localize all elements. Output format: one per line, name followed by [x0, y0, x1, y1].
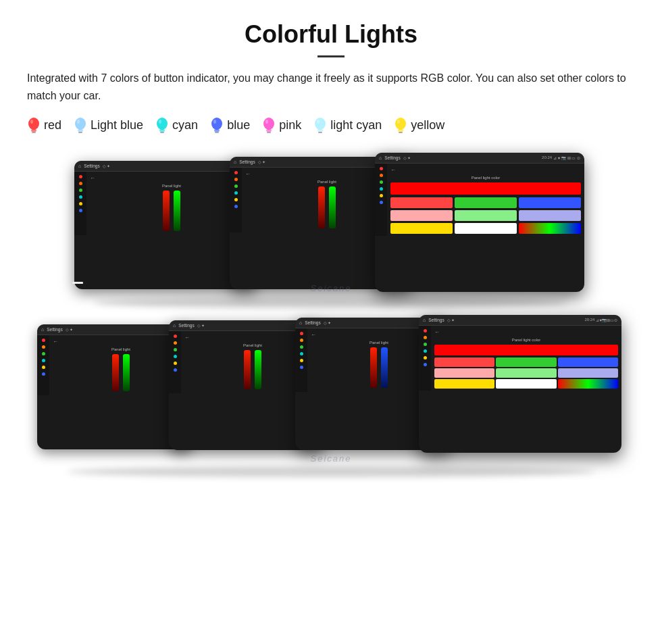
- sidebar-dot-green-3: [380, 180, 383, 184]
- grid-cell-lavender-3: [519, 210, 581, 221]
- svg-point-20: [315, 118, 326, 130]
- sidebar-dot-cyan-2: [234, 191, 238, 195]
- sidebar-dot-blue-1: [79, 209, 82, 212]
- home-icon-3: ⌂: [379, 155, 382, 160]
- sidebar-dot-red-2: [234, 171, 238, 174]
- watermark-bottom: Seicane: [311, 453, 352, 464]
- slider-red-1: [163, 191, 170, 231]
- sidebar-dot-yellow-3: [380, 194, 383, 197]
- sidebar-dot-red-3: [380, 167, 383, 170]
- device-shadow-top: [94, 297, 568, 308]
- screen-title-3: Settings: [384, 155, 401, 160]
- sidebar-dot-yellow-1: [79, 202, 82, 205]
- color-label-pink: pink: [279, 118, 301, 132]
- bulb-icon-lightcyan: [313, 116, 327, 134]
- color-item-blue: blue: [210, 116, 250, 134]
- slider-green-1: [174, 191, 180, 231]
- title-divider: [317, 55, 345, 57]
- bulb-icon-cyan: [155, 116, 169, 134]
- screen-title-2: Settings: [239, 159, 255, 164]
- top-device-row: ⌂ Settings ◇ ✦ MIC RST: [68, 153, 594, 308]
- color-label-yellow: yellow: [411, 118, 444, 132]
- svg-point-27: [397, 120, 400, 124]
- svg-rect-21: [317, 129, 323, 132]
- screen-title-b1: Settings: [47, 327, 63, 332]
- svg-rect-17: [266, 129, 272, 132]
- svg-rect-10: [160, 132, 164, 133]
- red-bar-b4: [434, 345, 618, 355]
- screen-title-1: Settings: [84, 164, 100, 168]
- panel-color-label-3: Panel light color: [390, 176, 581, 180]
- slider-green-2: [329, 187, 336, 228]
- color-item-cyan: cyan: [155, 116, 198, 134]
- svg-rect-5: [78, 129, 83, 132]
- bulb-icon-lightblue: [74, 116, 87, 134]
- bulb-icon-pink: [262, 116, 276, 134]
- grid-cell-green-3: [455, 197, 517, 208]
- svg-rect-14: [215, 132, 219, 133]
- device-sidebar-b2: [169, 331, 181, 393]
- status-icons-3: ⊿ ♥ 📷 ⊞ ▭ ⊙: [553, 155, 580, 160]
- back-arrow-3: ←: [390, 167, 581, 173]
- sidebar-dot-yellow-2: [234, 198, 238, 201]
- home-icon-1: ⌂: [78, 164, 81, 168]
- color-label-cyan: cyan: [172, 118, 198, 132]
- svg-rect-1: [31, 129, 36, 132]
- color-label-blue: blue: [227, 118, 250, 132]
- svg-point-4: [75, 118, 86, 130]
- sidebar-dot-green-1: [79, 189, 82, 192]
- color-item-red: red: [27, 116, 61, 134]
- device-sidebar-b1: [37, 335, 49, 395]
- svg-rect-9: [159, 129, 165, 132]
- sidebar-dot-red-1: [79, 175, 82, 178]
- bulb-icon-blue: [210, 116, 224, 134]
- device-sidebar-2: [230, 168, 242, 232]
- bulb-icon-yellow: [394, 116, 407, 134]
- device-sidebar-1: [74, 172, 86, 235]
- color-item-lightblue: Light blue: [74, 116, 143, 134]
- description-text: Integrated with 7 colors of button indic…: [27, 70, 635, 104]
- color-label-lightblue: Light blue: [91, 118, 143, 132]
- sidebar-dot-orange-2: [234, 178, 238, 181]
- svg-point-3: [30, 120, 33, 124]
- color-item-lightcyan: light cyan: [313, 116, 382, 134]
- panel-label-1: Panel light: [90, 184, 253, 188]
- sidebar-dot-orange-3: [380, 174, 383, 177]
- grid-cell-lightgreen-3: [455, 210, 517, 221]
- sidebar-dot-cyan-3: [380, 187, 383, 191]
- back-arrow-1: ←: [90, 175, 253, 181]
- slider-red-2: [318, 187, 325, 228]
- device-sidebar-3: [375, 164, 387, 236]
- color-list: red Light blue cyan: [27, 116, 635, 134]
- svg-point-0: [28, 118, 39, 130]
- sidebar-dot-blue-2: [234, 205, 238, 208]
- svg-point-23: [317, 120, 320, 124]
- settings-icons-3: ◇ ✦: [403, 155, 411, 160]
- header-right-3: 20:24 ⊿ ♥ 📷 ⊞ ▭ ⊙: [542, 155, 580, 160]
- svg-rect-2: [32, 132, 36, 133]
- sidebar-dot-green-2: [234, 184, 238, 188]
- device-bot-4: ⌂ Settings ◇ ✦ 20:24 ⊿♥📷⊞▭⊙: [419, 315, 621, 453]
- svg-point-11: [159, 120, 161, 124]
- grid-cell-red-3: [390, 197, 453, 208]
- device-top-3: ⌂ Settings ◇ ✦ 20:24 ⊿ ♥ 📷 ⊞ ▭ ⊙: [375, 153, 584, 292]
- time-3: 20:24: [542, 155, 552, 160]
- sliders-1: [90, 191, 253, 233]
- svg-rect-26: [399, 132, 403, 133]
- sidebar-dot-orange-1: [79, 182, 82, 185]
- color-item-yellow: yellow: [394, 116, 444, 134]
- svg-point-12: [211, 118, 222, 130]
- svg-rect-18: [267, 132, 271, 133]
- red-bar-3: [390, 182, 581, 195]
- device-body-3: ← Panel light color: [375, 164, 584, 236]
- device-shadow-bottom: [67, 466, 596, 477]
- svg-rect-13: [214, 129, 220, 132]
- grid-cell-yellow-3: [390, 223, 453, 234]
- grid-cell-pink-3: [390, 210, 453, 221]
- bottom-device-row: ⌂ Settings ◇ ✦ MICRST ←: [37, 315, 625, 477]
- svg-point-8: [157, 118, 168, 130]
- bulb-icon-red: [27, 116, 41, 134]
- sidebar-dot-cyan-1: [79, 195, 82, 199]
- svg-rect-6: [78, 132, 82, 133]
- svg-rect-25: [398, 129, 403, 132]
